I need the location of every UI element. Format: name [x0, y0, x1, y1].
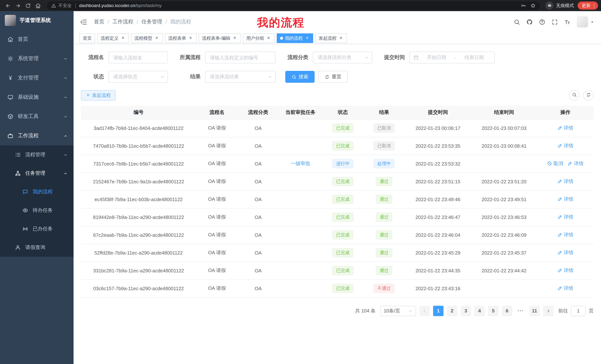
- column-header: 流程名: [196, 106, 238, 119]
- bookmark-star-icon[interactable]: [531, 3, 536, 8]
- detail-action-link[interactable]: 详情: [557, 143, 573, 149]
- tab-close-icon[interactable]: ×: [188, 36, 193, 41]
- password-key-icon[interactable]: [521, 3, 526, 8]
- page-button-4[interactable]: 4: [474, 306, 485, 316]
- tab-流程定义[interactable]: 流程定义×: [97, 33, 129, 43]
- address-bar[interactable]: 不安全 dashboard.yudao.iocoder.cn/bpm/task/…: [47, 1, 540, 10]
- jump-page-input[interactable]: [571, 306, 586, 316]
- sidebar-item-payment[interactable]: 支付管理: [0, 68, 74, 87]
- cell-id: ec45f38f-7b9a-11ec-b03b-acde48001122: [81, 190, 196, 208]
- prev-page-button[interactable]: [419, 306, 430, 316]
- cell-id: 2152467e-7b9b-11ec-9a1b-acde48001122: [81, 172, 196, 190]
- browser-update-button[interactable]: 更新: [578, 1, 598, 10]
- cell-result: 通过: [363, 244, 405, 262]
- browser-reload-icon[interactable]: [23, 0, 33, 10]
- cell-name: OA 请假: [196, 244, 238, 262]
- tab-close-icon[interactable]: ×: [154, 36, 159, 41]
- tab-close-icon[interactable]: ×: [266, 36, 271, 41]
- sidebar-item-leave-query[interactable]: 请假查询: [0, 238, 74, 257]
- definition-input[interactable]: [205, 52, 276, 63]
- tab-流程表单-编辑[interactable]: 流程表单-编辑×: [199, 33, 241, 43]
- sidebar-item-label: 支付管理: [18, 75, 39, 81]
- reset-button[interactable]: 重置: [318, 71, 348, 83]
- result-select[interactable]: 请选择流结果: [205, 71, 276, 83]
- name-input[interactable]: [109, 52, 168, 63]
- page-button-6[interactable]: 6: [502, 306, 512, 316]
- column-header: 状态: [322, 106, 363, 119]
- sidebar-item-devtools[interactable]: 研发工具: [0, 107, 74, 126]
- tab-close-icon[interactable]: ×: [338, 36, 344, 41]
- detail-action-link[interactable]: 详情: [568, 160, 583, 167]
- browser-menu-icon[interactable]: [592, 3, 597, 8]
- help-icon[interactable]: [539, 19, 545, 25]
- page-button-1[interactable]: 1: [433, 306, 443, 316]
- breadcrumb-item[interactable]: 任务管理: [141, 19, 162, 25]
- sidebar-item-todo-tasks[interactable]: 待办任务: [0, 201, 74, 220]
- cell-actions: 详情: [537, 208, 594, 226]
- detail-action-link[interactable]: 详情: [557, 214, 573, 220]
- browser-back-icon[interactable]: [3, 0, 13, 10]
- cell-id: 331bc281-7b9a-11ec-a290-acde48001122: [81, 262, 196, 279]
- detail-action-link[interactable]: 详情: [557, 249, 573, 256]
- column-header: 流程分类: [238, 106, 279, 119]
- page-button-11[interactable]: 11: [529, 306, 540, 316]
- jump-suffix: 页: [589, 307, 594, 314]
- tab-我的流程[interactable]: 我的流程×: [277, 33, 313, 43]
- search-icon[interactable]: [514, 19, 520, 25]
- search-button[interactable]: 搜索: [285, 71, 315, 83]
- tab-close-icon[interactable]: ×: [305, 36, 310, 41]
- browser-home-icon[interactable]: [33, 0, 43, 10]
- sidebar-item-infrastructure[interactable]: 基础设施: [0, 87, 74, 107]
- sidebar-item-done-tasks[interactable]: 已办任务: [0, 220, 74, 238]
- page-button-5[interactable]: 5: [488, 306, 499, 316]
- breadcrumb-item[interactable]: 工作流程: [112, 19, 133, 25]
- create-process-button[interactable]: 发起流程: [81, 90, 116, 101]
- cancel-action-link[interactable]: 取消: [547, 160, 563, 167]
- browser-forward-icon[interactable]: [13, 0, 23, 10]
- tab-发起流程[interactable]: 发起流程×: [315, 33, 347, 43]
- detail-action-link[interactable]: 详情: [557, 285, 573, 292]
- github-icon[interactable]: [526, 19, 533, 25]
- detail-action-link[interactable]: 详情: [557, 125, 573, 131]
- detail-action-link[interactable]: 详情: [557, 231, 573, 238]
- page-button-2[interactable]: 2: [447, 306, 457, 316]
- screenshot-root: 不安全 dashboard.yudao.iocoder.cn/bpm/task/…: [0, 0, 601, 364]
- toolbar-icons: [569, 90, 594, 101]
- user-menu[interactable]: [577, 16, 594, 28]
- sidebar-item-task-mgmt[interactable]: 任务管理: [0, 164, 74, 182]
- breadcrumb-item[interactable]: 首页: [94, 19, 104, 25]
- fullscreen-icon[interactable]: [551, 19, 558, 25]
- cell-end-time: 2022-01-22 23:46:09: [471, 226, 537, 244]
- next-page-button[interactable]: [543, 306, 553, 316]
- tab-用户分组[interactable]: 用户分组×: [243, 33, 274, 43]
- sidebar-item-workflow[interactable]: 工作流程: [0, 126, 74, 145]
- tab-label: 发起流程: [319, 35, 337, 41]
- toggle-search-button[interactable]: [569, 90, 580, 101]
- tab-流程表单[interactable]: 流程表单×: [165, 33, 197, 43]
- detail-action-link[interactable]: 详情: [557, 178, 573, 185]
- sidebar-item-system[interactable]: 系统管理: [0, 49, 74, 68]
- font-size-icon[interactable]: [564, 19, 571, 25]
- status-badge: 已完成: [332, 284, 353, 293]
- tab-close-icon[interactable]: ×: [232, 36, 237, 41]
- tab-流程模型[interactable]: 流程模型×: [131, 33, 163, 43]
- detail-action-link[interactable]: 详情: [557, 267, 573, 274]
- more-pages-ellipsis[interactable]: ···: [516, 306, 526, 316]
- page-button-3[interactable]: 3: [461, 306, 471, 316]
- sidebar-item-home[interactable]: 首页: [0, 30, 74, 49]
- category-placeholder: 请选择流程分类: [318, 54, 351, 61]
- date-range-picker[interactable]: 开始日期 - 结束日期: [409, 52, 495, 63]
- category-select[interactable]: 请选择流程分类: [313, 52, 372, 63]
- sidebar-item-process-mgmt[interactable]: 流程管理: [0, 145, 74, 164]
- app-logo[interactable]: 芋道管理系统: [0, 11, 74, 30]
- sidebar-item-my-process[interactable]: 我的流程: [0, 182, 74, 201]
- page-size-select[interactable]: 10条/页: [380, 306, 416, 316]
- cell-status: 进行中: [322, 155, 363, 172]
- refresh-table-button[interactable]: [583, 90, 594, 101]
- current-task-link[interactable]: 一级审批: [291, 160, 310, 167]
- tab-首页[interactable]: 首页: [80, 33, 95, 43]
- collapse-menu-icon[interactable]: [80, 18, 87, 25]
- status-select[interactable]: 请选择状态: [109, 71, 168, 83]
- detail-action-link[interactable]: 详情: [557, 196, 573, 203]
- tab-close-icon[interactable]: ×: [120, 36, 126, 41]
